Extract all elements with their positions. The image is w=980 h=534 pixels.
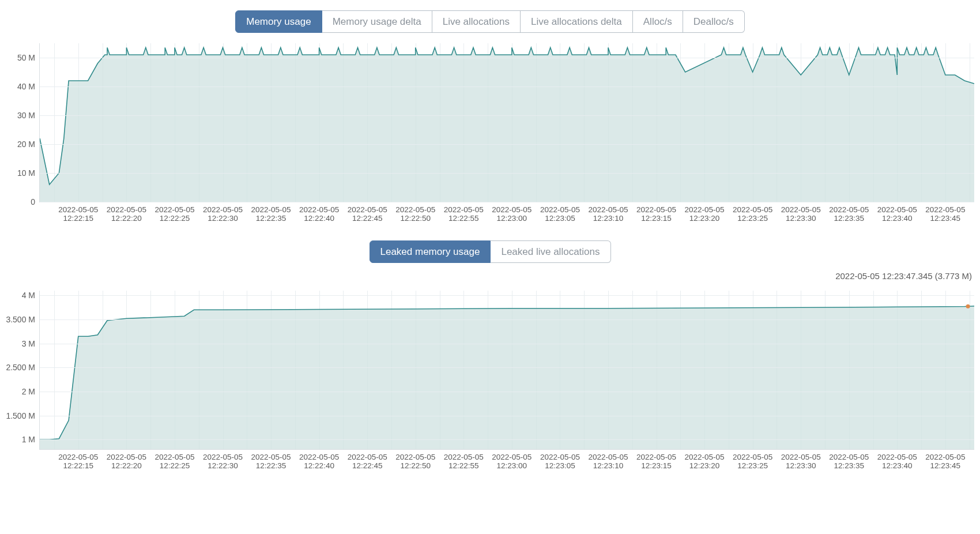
x-axis-tick-label: 2022-05-0512:23:40 [877, 202, 917, 223]
x-axis-tick-label: 2022-05-0512:22:55 [444, 449, 484, 470]
y-axis-tick-label: 2 M [22, 387, 40, 396]
svg-point-0 [966, 304, 970, 309]
y-axis-tick-label: 30 M [17, 111, 40, 120]
tab-live-allocations-delta[interactable]: Live allocations delta [521, 10, 633, 33]
x-axis-tick-label: 2022-05-0512:22:20 [107, 202, 146, 223]
x-axis-tick-label: 2022-05-0512:23:20 [685, 202, 725, 223]
y-axis-tick-label: 2.500 M [6, 363, 40, 372]
x-axis-tick-label: 2022-05-0512:22:15 [58, 449, 98, 470]
x-axis-tick-label: 2022-05-0512:23:10 [588, 202, 628, 223]
x-axis-tick-label: 2022-05-0512:22:35 [251, 449, 291, 470]
y-axis-tick-label: 40 M [17, 82, 40, 91]
y-axis-tick-label: 1 M [22, 435, 40, 444]
x-axis-tick-label: 2022-05-0512:23:25 [733, 202, 772, 223]
x-axis-tick-label: 2022-05-0512:23:00 [492, 202, 532, 223]
x-axis-tick-label: 2022-05-0512:23:15 [636, 449, 676, 470]
x-axis-tick-label: 2022-05-0512:22:30 [203, 202, 243, 223]
y-axis-tick-label: 50 M [17, 53, 40, 62]
chart-leaked-memory-usage[interactable]: 1 M1.500 M2 M2.500 M3 M3.500 M4 M2022-05… [0, 287, 980, 477]
tab-leaked-live-allocations[interactable]: Leaked live allocations [491, 240, 610, 263]
x-axis-tick-label: 2022-05-0512:22:35 [251, 202, 291, 223]
x-axis-tick-label: 2022-05-0512:22:45 [348, 202, 387, 223]
tab-dealloc-per-sec[interactable]: Dealloc/s [683, 10, 745, 33]
y-axis-tick-label: 4 M [22, 291, 40, 300]
tabs-leaked: Leaked memory usage Leaked live allocati… [0, 230, 980, 263]
x-axis-tick-label: 2022-05-0512:23:35 [829, 202, 869, 223]
x-axis-tick-label: 2022-05-0512:23:45 [925, 449, 965, 470]
x-axis-tick-label: 2022-05-0512:23:30 [781, 449, 821, 470]
y-axis-tick-label: 3 M [22, 339, 40, 348]
y-axis-tick-label: 3.500 M [6, 315, 40, 324]
tab-memory-usage[interactable]: Memory usage [235, 10, 322, 33]
x-axis-tick-label: 2022-05-0512:23:25 [733, 449, 772, 470]
x-axis-tick-label: 2022-05-0512:22:50 [395, 202, 435, 223]
x-axis-tick-label: 2022-05-0512:22:45 [348, 449, 387, 470]
x-axis-tick-label: 2022-05-0512:22:55 [444, 202, 484, 223]
x-axis-tick-label: 2022-05-0512:23:05 [540, 202, 580, 223]
chart-hover-readout: 2022-05-05 12:23:47.345 (3.773 M) [835, 271, 972, 281]
x-axis-tick-label: 2022-05-0512:22:40 [299, 449, 339, 470]
x-axis-tick-label: 2022-05-0512:23:35 [829, 449, 869, 470]
y-axis-tick-label: 1.500 M [6, 411, 40, 420]
x-axis-tick-label: 2022-05-0512:23:20 [685, 449, 725, 470]
x-axis-tick-label: 2022-05-0512:22:15 [58, 202, 98, 223]
tabs-allocations: Memory usage Memory usage delta Live all… [0, 0, 980, 33]
x-axis-tick-label: 2022-05-0512:23:05 [540, 449, 580, 470]
x-axis-tick-label: 2022-05-0512:22:40 [299, 202, 339, 223]
x-axis-tick-label: 2022-05-0512:22:20 [107, 449, 146, 470]
x-axis-tick-label: 2022-05-0512:23:00 [492, 449, 532, 470]
tab-memory-usage-delta[interactable]: Memory usage delta [322, 10, 432, 33]
x-axis-tick-label: 2022-05-0512:22:25 [154, 202, 194, 223]
chart-memory-usage[interactable]: 010 M20 M30 M40 M50 M2022-05-0512:22:152… [0, 40, 980, 230]
tab-live-allocations[interactable]: Live allocations [432, 10, 521, 33]
x-axis-tick-label: 2022-05-0512:22:30 [203, 449, 243, 470]
x-axis-tick-label: 2022-05-0512:23:30 [781, 202, 821, 223]
y-axis-tick-label: 20 M [17, 140, 40, 149]
x-axis-tick-label: 2022-05-0512:23:45 [925, 202, 965, 223]
x-axis-tick-label: 2022-05-0512:23:15 [636, 202, 676, 223]
x-axis-tick-label: 2022-05-0512:23:10 [588, 449, 628, 470]
x-axis-tick-label: 2022-05-0512:22:25 [154, 449, 194, 470]
y-axis-tick-label: 10 M [17, 168, 40, 178]
x-axis-tick-label: 2022-05-0512:23:40 [877, 449, 917, 470]
y-axis-tick-label: 0 [31, 197, 40, 206]
tab-leaked-memory-usage[interactable]: Leaked memory usage [370, 240, 491, 263]
tab-alloc-per-sec[interactable]: Alloc/s [633, 10, 683, 33]
x-axis-tick-label: 2022-05-0512:22:50 [395, 449, 435, 470]
